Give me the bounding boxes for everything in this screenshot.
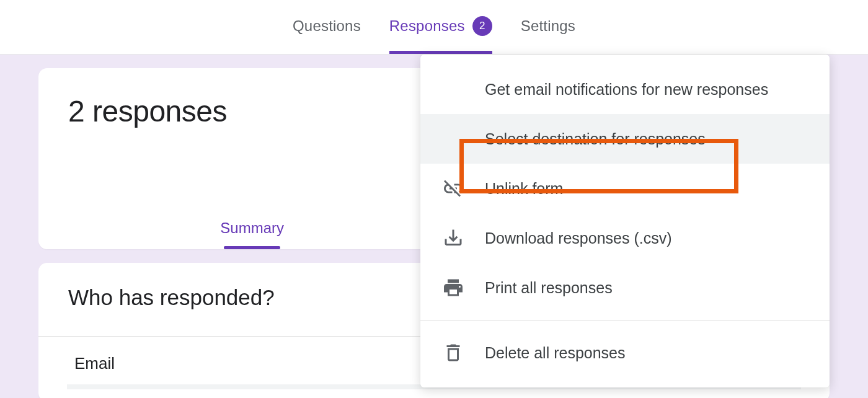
menu-item-select-destination[interactable]: Select destination for responses [420, 114, 830, 164]
menu-item-unlink-form[interactable]: Unlink form [420, 164, 830, 213]
tab-questions[interactable]: Questions [293, 1, 361, 53]
content-area: 2 responses Summary Question Who has res… [0, 55, 868, 398]
menu-item-print-all[interactable]: Print all responses [420, 263, 830, 312]
inner-tab-summary[interactable]: Summary [215, 219, 289, 245]
form-top-tabs: Questions Responses 2 Settings [0, 0, 868, 55]
menu-item-unlink-form-label: Unlink form [485, 180, 563, 198]
responses-overflow-menu: Get email notifications for new response… [420, 55, 830, 387]
tab-settings[interactable]: Settings [521, 1, 575, 53]
inner-tab-summary-label: Summary [220, 219, 284, 236]
tab-settings-label: Settings [521, 17, 575, 35]
tab-responses[interactable]: Responses 2 [389, 0, 492, 54]
menu-item-email-notifications-label: Get email notifications for new response… [485, 81, 768, 99]
menu-divider [420, 320, 830, 321]
trash-icon [438, 342, 469, 364]
menu-item-email-notifications[interactable]: Get email notifications for new response… [420, 64, 830, 114]
menu-item-select-destination-label: Select destination for responses [485, 130, 706, 148]
print-icon [438, 276, 469, 299]
tab-questions-label: Questions [293, 17, 361, 35]
responses-count-badge: 2 [472, 16, 492, 36]
menu-item-download-csv-label: Download responses (.csv) [485, 229, 672, 247]
menu-item-delete-all-label: Delete all responses [485, 344, 626, 362]
tab-responses-label: Responses [389, 17, 465, 35]
unlink-icon [438, 177, 469, 200]
menu-item-print-all-label: Print all responses [485, 279, 613, 297]
download-icon [438, 227, 469, 249]
menu-item-delete-all[interactable]: Delete all responses [420, 328, 830, 378]
menu-item-download-csv[interactable]: Download responses (.csv) [420, 213, 830, 263]
